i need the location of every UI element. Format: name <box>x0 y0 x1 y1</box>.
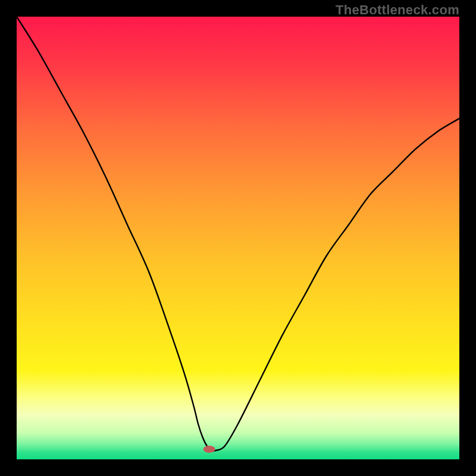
chart-svg <box>17 17 459 459</box>
chart-frame: TheBottleneck.com <box>0 0 476 476</box>
gradient-background <box>17 17 459 459</box>
plot-area <box>17 17 459 459</box>
optimum-marker <box>203 446 215 453</box>
watermark-text: TheBottleneck.com <box>336 2 459 18</box>
